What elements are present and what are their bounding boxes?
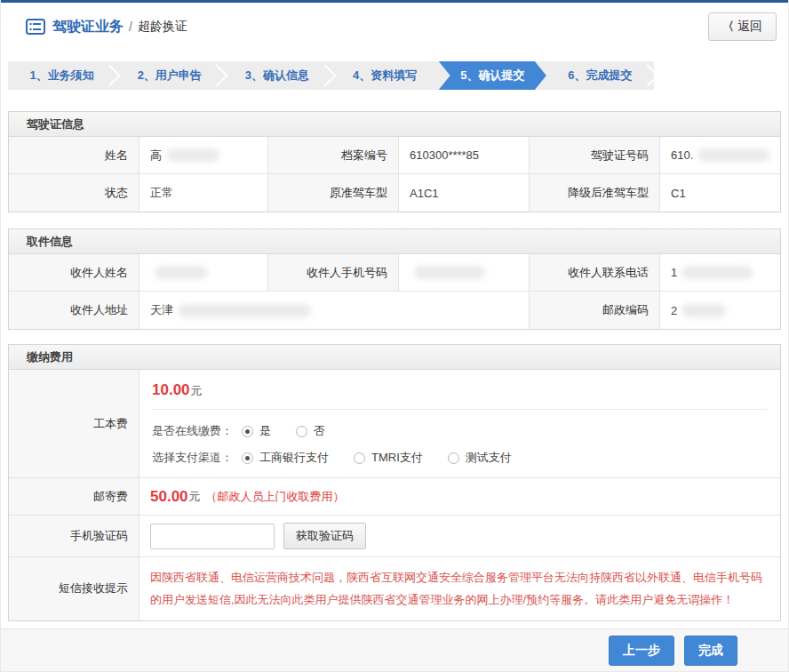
step-label: 4、资料填写 — [353, 68, 417, 84]
finish-button[interactable]: 完成 — [684, 636, 737, 666]
post-fee-row: 邮寄费 50.00元 （邮政人员上门收取费用） — [9, 478, 780, 516]
redacted-blur — [681, 304, 726, 317]
step-label: 3、确认信息 — [245, 68, 309, 84]
orig-class-label: 原准驾车型 — [268, 174, 399, 212]
table-row: 姓名 高 档案编号 610300****85 驾驶证号码 610. — [9, 137, 780, 174]
table-row: 状态 正常 原准驾车型 A1C1 降级后准驾车型 C1 — [9, 174, 780, 212]
license-no-label: 驾驶证号码 — [530, 137, 660, 173]
step-4-fill-materials[interactable]: 4、资料填写 — [331, 61, 439, 90]
work-fee-divider — [152, 409, 768, 410]
name-value: 高 — [139, 137, 268, 173]
recipient-name-value — [139, 254, 268, 291]
postcode-value: 2 — [660, 292, 780, 329]
page-container: 驾驶证业务 / 超龄换证 〈 返回 1、业务须知 2、用户申告 3、确认信息 4… — [0, 0, 789, 672]
footer-action-bar: 上一步 完成 — [1, 628, 788, 672]
online-pay-yes-option[interactable]: 是 — [242, 423, 271, 439]
channel-icbc-option[interactable]: 工商银行支付 — [242, 450, 329, 466]
redacted-blur — [178, 304, 311, 317]
name-label: 姓名 — [9, 137, 139, 173]
pickup-info-title: 取件信息 — [9, 229, 780, 254]
sms-notice-cell: 因陕西省联通、电信运营商技术问题，陕西省互联网交通安全综合服务管理平台无法向持陕… — [139, 557, 780, 620]
radio-unchecked-icon[interactable] — [354, 452, 365, 464]
file-no-label: 档案编号 — [268, 137, 399, 173]
table-row: 收件人地址 天津 邮政编码 2 — [9, 292, 780, 329]
channel-icbc-label: 工商银行支付 — [259, 450, 329, 466]
radio-unchecked-icon[interactable] — [448, 452, 459, 464]
captcha-input[interactable] — [150, 524, 275, 549]
captcha-value-cell: 获取验证码 — [139, 516, 780, 556]
redacted-blur — [681, 266, 753, 279]
page-header: 驾驶证业务 / 超龄换证 〈 返回 — [1, 3, 788, 51]
recipient-mobile-label: 收件人手机号码 — [268, 254, 399, 291]
recipient-address-label: 收件人地址 — [9, 292, 139, 329]
module-title: 驾驶证业务 — [52, 18, 124, 36]
postcode-label: 邮政编码 — [530, 292, 660, 329]
list-form-icon — [26, 19, 45, 35]
redacted-blur — [166, 148, 219, 162]
online-pay-no-label: 否 — [314, 423, 325, 439]
work-fee-value: 10.00元 是否在线缴费： 是 否 选择支付渠道： 工商银行支付 TMRI支付… — [139, 370, 780, 477]
step-label: 2、用户申告 — [138, 68, 202, 84]
work-fee-amount-line: 10.00元 — [152, 381, 768, 399]
step-2-user-declaration[interactable]: 2、用户申告 — [116, 61, 223, 90]
channel-tmri-label: TMRI支付 — [371, 450, 423, 466]
captcha-label: 手机验证码 — [9, 516, 139, 556]
redacted-blur — [155, 266, 208, 279]
sms-notice-message: 因陕西省联通、电信运营商技术问题，陕西省互联网交通安全综合服务管理平台无法向持陕… — [150, 566, 764, 612]
channel-test-option[interactable]: 测试支付 — [448, 450, 512, 466]
step-1-business-notice[interactable]: 1、业务须知 — [8, 61, 116, 90]
pay-channel-question: 选择支付渠道： — [152, 450, 233, 466]
redacted-blur — [697, 148, 769, 162]
recipient-phone-label: 收件人联系电话 — [530, 254, 660, 291]
pickup-info-table: 取件信息 收件人姓名 收件人手机号码 收件人联系电话 1 收件人地址 天津 邮政… — [8, 228, 781, 330]
file-no-value: 610300****85 — [399, 137, 530, 173]
sms-notice-row: 短信接收提示 因陕西省联通、电信运营商技术问题，陕西省互联网交通安全综合服务管理… — [9, 557, 780, 620]
downgraded-class-label: 降级后准驾车型 — [530, 174, 660, 212]
wizard-steps: 1、业务须知 2、用户申告 3、确认信息 4、资料填写 5、确认提交 6、完成提… — [8, 61, 654, 90]
step-label: 6、完成提交 — [568, 68, 632, 84]
downgraded-class-value: C1 — [660, 174, 780, 212]
online-pay-question-row: 是否在线缴费： 是 否 — [152, 420, 768, 442]
post-fee-value: 50.00元 （邮政人员上门收取费用） — [139, 478, 780, 515]
recipient-mobile-value — [399, 254, 530, 291]
radio-checked-icon[interactable] — [242, 452, 253, 464]
recipient-address-value: 天津 — [139, 292, 530, 329]
online-pay-yes-label: 是 — [259, 423, 271, 439]
get-captcha-button[interactable]: 获取验证码 — [283, 523, 366, 549]
radio-unchecked-icon[interactable] — [296, 426, 307, 437]
table-row: 收件人姓名 收件人手机号码 收件人联系电话 1 — [9, 254, 780, 292]
step-label: 5、确认提交 — [460, 68, 524, 84]
channel-tmri-option[interactable]: TMRI支付 — [354, 450, 423, 466]
breadcrumb-divider: / — [129, 20, 132, 34]
captcha-row: 手机验证码 获取验证码 — [9, 516, 780, 557]
license-info-table: 驾驶证信息 姓名 高 档案编号 610300****85 驾驶证号码 610. … — [8, 111, 781, 212]
previous-step-button[interactable]: 上一步 — [609, 636, 674, 666]
step-6-complete-submit[interactable]: 6、完成提交 — [546, 61, 654, 90]
work-fee-label: 工本费 — [9, 370, 139, 477]
work-fee-unit: 元 — [191, 384, 203, 397]
work-fee-amount: 10.00 — [152, 381, 190, 398]
pay-channel-question-row: 选择支付渠道： 工商银行支付 TMRI支付 测试支付 — [152, 447, 768, 468]
post-fee-label: 邮寄费 — [9, 478, 139, 515]
step-3-confirm-info[interactable]: 3、确认信息 — [223, 61, 331, 90]
fees-title: 缴纳费用 — [9, 345, 780, 370]
online-pay-question: 是否在线缴费： — [152, 423, 233, 439]
sms-notice-label: 短信接收提示 — [9, 557, 139, 620]
step-separator-chevron — [636, 64, 658, 86]
channel-test-label: 测试支付 — [466, 450, 512, 466]
back-chevron-icon: 〈 — [722, 19, 734, 35]
step-label: 1、业务须知 — [29, 68, 93, 84]
work-fee-row: 工本费 10.00元 是否在线缴费： 是 否 选择支付渠道： 工商银行支付 TM… — [9, 370, 780, 478]
license-info-title: 驾驶证信息 — [9, 112, 780, 137]
back-button-label: 返回 — [737, 19, 762, 35]
back-button[interactable]: 〈 返回 — [708, 12, 777, 41]
step-5-confirm-submit-active[interactable]: 5、确认提交 — [439, 61, 546, 90]
radio-checked-icon[interactable] — [242, 426, 253, 437]
fees-table: 缴纳费用 工本费 10.00元 是否在线缴费： 是 否 选择支付渠道： 工商银行… — [8, 344, 781, 621]
post-fee-unit: 元 — [189, 489, 201, 505]
page-title: 超龄换证 — [138, 19, 187, 35]
recipient-phone-value: 1 — [660, 254, 780, 291]
license-no-value: 610. — [660, 137, 780, 173]
recipient-name-label: 收件人姓名 — [9, 254, 139, 291]
online-pay-no-option[interactable]: 否 — [296, 423, 325, 439]
